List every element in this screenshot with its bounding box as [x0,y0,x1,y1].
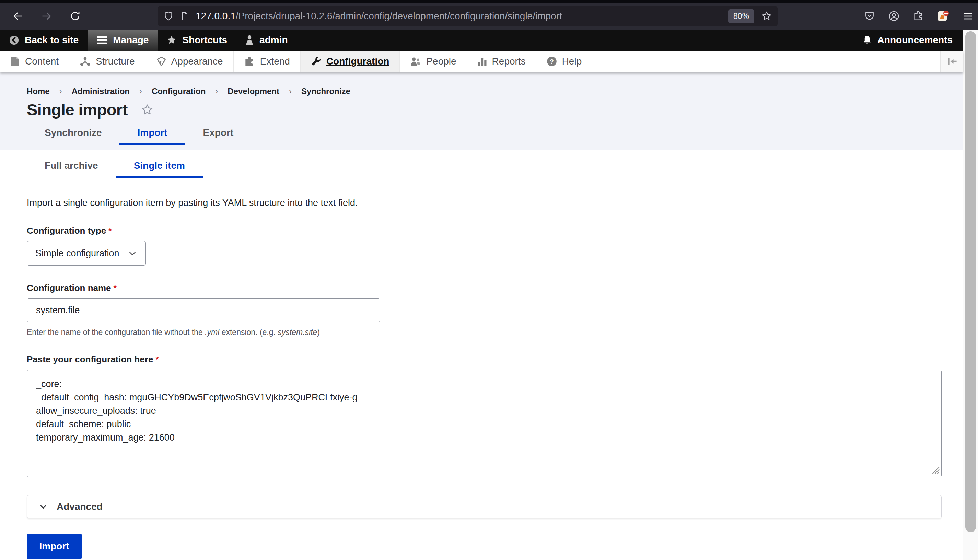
adblock-extension-icon[interactable] [937,10,949,22]
breadcrumb-separator: › [59,87,62,96]
hamburger-icon [97,35,107,45]
menu-item-people[interactable]: People [400,51,467,72]
manage-tab[interactable]: Manage [88,30,158,51]
menu-icon[interactable] [962,11,973,22]
reload-icon[interactable] [69,10,81,22]
menu-item-label: Reports [492,56,526,67]
menu-item-label: Content [25,56,59,67]
shortcuts-label: Shortcuts [182,35,227,46]
required-marker: * [113,283,117,293]
page-info-icon[interactable] [180,11,190,21]
intro-text: Import a single configuration item by pa… [27,198,941,208]
extensions-icon[interactable] [913,11,924,22]
forward-icon[interactable] [40,10,53,22]
required-marker: * [108,226,112,235]
account-icon[interactable] [888,10,900,22]
secondary-tabs: Full archive Single item [27,150,941,178]
menu-item-label: Help [562,56,582,67]
breadcrumb-link-synchronize[interactable]: Synchronize [301,87,350,96]
menu-item-label: Structure [96,56,135,67]
zoom-level-badge[interactable]: 80% [728,9,754,23]
breadcrumb-link-development[interactable]: Development [228,87,279,96]
paste-configuration-label: Paste your configuration here* [27,354,941,365]
menu-item-content[interactable]: Content [0,51,69,72]
chevron-down-icon [38,502,48,512]
admin-user-label: admin [260,35,288,46]
tab-import[interactable]: Import [120,127,185,145]
advanced-label: Advanced [57,501,103,512]
menu-item-label: Appearance [171,56,223,67]
resize-handle[interactable] [931,466,940,475]
announcements-label: Announcements [878,35,953,46]
breadcrumb-separator: › [139,87,142,96]
bookmark-star-icon[interactable] [761,11,772,22]
content-icon [10,56,20,67]
drupal-admin-menu: Content Structure Appearance Extend Conf… [0,51,963,72]
back-to-site-icon [9,35,19,45]
appearance-icon [156,56,166,67]
url-text: 127.0.0.1/Projects/drupal-10.2.6/admin/c… [196,11,562,22]
menu-item-configuration[interactable]: Configuration [301,51,400,72]
extend-icon [244,56,255,67]
tab-single-item[interactable]: Single item [116,160,203,178]
required-marker: * [155,355,158,364]
tab-export[interactable]: Export [185,127,252,145]
main-content: Full archive Single item Import a single… [0,150,963,559]
manage-label: Manage [113,35,148,46]
configuration-name-input[interactable] [27,298,380,322]
menu-item-label: Extend [260,56,290,67]
back-to-site-label: Back to site [25,35,78,46]
shield-icon[interactable] [163,11,173,21]
url-path: /Projects/drupal-10.2.6/admin/config/dev… [236,11,562,21]
url-bar[interactable]: 127.0.0.1/Projects/drupal-10.2.6/admin/c… [158,6,778,27]
back-to-site-link[interactable]: Back to site [0,30,88,51]
reports-icon [477,56,487,67]
tab-full-archive[interactable]: Full archive [27,160,116,178]
configuration-name-label: Configuration name* [27,283,941,293]
breadcrumb-link-administration[interactable]: Administration [72,87,130,96]
configuration-type-label: Configuration type* [27,225,941,236]
configuration-type-value: Simple configuration [35,248,120,259]
breadcrumb-separator: › [289,87,292,96]
svg-text:?: ? [550,58,553,65]
chevron-down-icon [128,248,137,258]
back-icon[interactable] [12,10,24,22]
breadcrumb-link-home[interactable]: Home [27,87,50,96]
favorite-star-icon[interactable] [141,103,154,116]
breadcrumb-separator: › [215,87,218,96]
scrollbar-thumb[interactable] [965,31,976,532]
page-title: Single import [27,100,128,119]
people-icon [410,56,421,67]
help-icon: ? [546,56,557,67]
browser-toolbar: 127.0.0.1/Projects/drupal-10.2.6/admin/c… [0,3,978,30]
menu-item-structure[interactable]: Structure [69,51,145,72]
breadcrumb-link-configuration[interactable]: Configuration [152,87,205,96]
configuration-name-help: Enter the name of the configuration file… [27,328,941,337]
advanced-details[interactable]: Advanced [27,495,941,518]
shortcuts-tab[interactable]: Shortcuts [158,30,236,51]
toolbar-orientation-toggle[interactable] [940,51,963,72]
primary-tabs: Synchronize Import Export [27,127,963,145]
admin-user-tab[interactable]: admin [236,30,297,51]
star-icon [167,35,177,45]
page-header: Home › Administration › Configuration › … [0,72,963,150]
tab-synchronize[interactable]: Synchronize [27,127,120,145]
configuration-icon [311,56,321,67]
menu-item-appearance[interactable]: Appearance [145,51,234,72]
bell-icon [862,35,872,45]
url-host: 127.0.0.1 [196,11,236,21]
browser-tab-strip [0,0,978,3]
structure-icon [80,56,91,67]
announcements-link[interactable]: Announcements [862,35,963,46]
collapse-left-icon [946,57,958,66]
import-button[interactable]: Import [27,533,82,559]
user-icon [245,35,254,45]
configuration-type-select[interactable]: Simple configuration [27,241,146,266]
scrollbar-track[interactable] [963,30,978,560]
breadcrumb: Home › Administration › Configuration › … [27,87,963,96]
yaml-textarea[interactable]: _core: default_config_hash: mguGHCYb9Dw5… [27,370,941,477]
menu-item-extend[interactable]: Extend [234,51,301,72]
pocket-icon[interactable] [864,11,875,22]
menu-item-reports[interactable]: Reports [467,51,536,72]
menu-item-help[interactable]: ? Help [536,51,593,72]
